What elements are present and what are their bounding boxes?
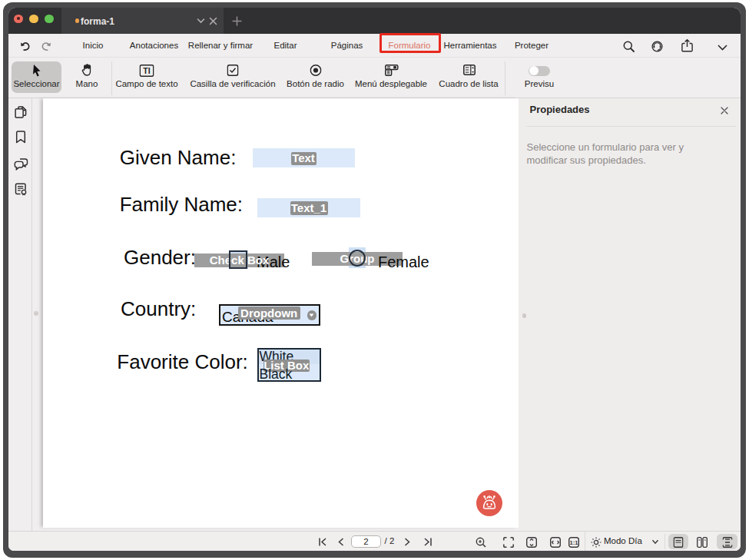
svg-text:TI: TI xyxy=(143,66,150,75)
svg-text:1:1: 1:1 xyxy=(570,538,578,545)
